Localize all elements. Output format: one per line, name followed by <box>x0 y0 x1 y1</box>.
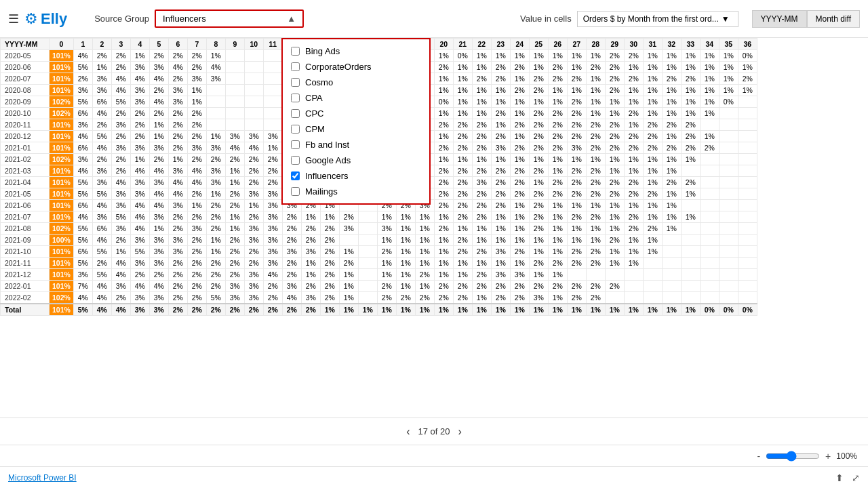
table-cell: 2% <box>130 119 149 131</box>
total-cell: 1% <box>358 304 377 316</box>
table-cell <box>719 269 738 281</box>
table-cell <box>719 211 738 223</box>
table-cell: 1% <box>567 223 586 235</box>
table-cell: 3% <box>168 246 187 258</box>
table-cell: 1% <box>491 258 510 269</box>
table-cell: 2% <box>111 50 130 62</box>
zoom-minus-button[interactable]: - <box>757 451 760 462</box>
source-group-dropdown[interactable]: Influencers ▲ <box>155 9 304 28</box>
dropdown-item[interactable]: Bing Ads <box>283 43 429 59</box>
table-cell: 4% <box>168 188 187 200</box>
dropdown-item-checkbox[interactable] <box>291 187 300 196</box>
dropdown-item[interactable]: Fb and Inst <box>283 137 429 152</box>
powerbi-link[interactable]: Microsoft Power BI <box>8 473 77 483</box>
table-cell: 2% <box>510 281 529 292</box>
dropdown-item[interactable]: CPM <box>283 121 429 137</box>
table-cell: 3% <box>282 281 301 292</box>
hamburger-menu[interactable]: ☰ <box>8 12 19 26</box>
table-cell: 2% <box>320 292 339 304</box>
table-cell <box>700 281 719 292</box>
dropdown-item[interactable]: Mailings <box>283 184 429 199</box>
prev-page-button[interactable]: ‹ <box>406 426 410 438</box>
table-cell: 2022-01 <box>1 281 50 292</box>
table-cell: 1% <box>681 96 700 108</box>
dropdown-item[interactable]: Google Ads <box>283 152 429 168</box>
table-cell: 101% <box>50 246 74 258</box>
table-cell: 2% <box>187 108 206 119</box>
dropdown-item-label: Mailings <box>305 186 338 197</box>
table-cell: 2% <box>301 223 320 235</box>
table-cell: 1% <box>700 131 719 142</box>
dropdown-item[interactable]: CPA <box>283 90 429 106</box>
table-cell: 2% <box>396 292 415 304</box>
expand-icon[interactable]: ⤢ <box>852 472 860 483</box>
col-header: 23 <box>491 39 510 50</box>
table-cell <box>662 281 681 292</box>
table-cell <box>719 200 738 211</box>
dropdown-item[interactable]: Influencers <box>283 168 429 184</box>
dropdown-item-checkbox[interactable] <box>291 140 300 149</box>
table-scroll[interactable]: YYYY-MM012345678910111213141516171819202… <box>0 38 868 418</box>
table-cell: 2% <box>567 165 586 177</box>
table-cell <box>719 246 738 258</box>
table-cell <box>681 165 700 177</box>
table-cell: 2% <box>434 62 453 73</box>
table-cell: 3% <box>263 223 282 235</box>
table-cell: 2% <box>510 62 529 73</box>
dropdown-item[interactable]: CorporateOrders <box>283 59 429 75</box>
dropdown-item-checkbox[interactable] <box>291 125 300 134</box>
zoom-slider[interactable] <box>766 451 820 462</box>
table-cell: 4% <box>111 73 130 85</box>
table-cell <box>624 281 643 292</box>
table-cell: 1% <box>510 108 529 119</box>
dropdown-item[interactable]: CPC <box>283 106 429 121</box>
dropdown-item-checkbox[interactable] <box>291 109 300 118</box>
dropdown-item-checkbox[interactable] <box>291 94 300 102</box>
table-cell: 4% <box>187 165 206 177</box>
month-diff-button[interactable]: Month diff <box>807 10 860 28</box>
table-cell: 2% <box>605 281 624 292</box>
date-format-button[interactable]: YYYY-MM <box>752 10 807 28</box>
table-cell: 2% <box>586 119 605 131</box>
table-cell: 2% <box>529 85 548 96</box>
table-cell <box>738 131 757 142</box>
share-icon[interactable]: ⬆ <box>835 472 844 483</box>
table-cell: 2% <box>453 177 472 188</box>
table-cell <box>206 119 225 131</box>
dropdown-item-checkbox[interactable] <box>291 62 300 71</box>
table-cell: 1% <box>548 85 567 96</box>
table-cell: 4% <box>130 73 149 85</box>
table-cell: 1% <box>301 211 320 223</box>
table-cell: 1% <box>662 131 681 142</box>
next-page-button[interactable]: › <box>458 426 462 438</box>
dropdown-item-checkbox[interactable] <box>291 156 300 165</box>
table-cell: 1% <box>643 200 662 211</box>
table-cell: 4% <box>73 50 92 62</box>
table-cell: 2% <box>586 62 605 73</box>
table-cell <box>586 269 605 281</box>
dropdown-item-checkbox[interactable] <box>291 171 300 180</box>
table-cell: 1% <box>472 108 491 119</box>
table-cell: 4% <box>111 177 130 188</box>
table-cell: 101% <box>50 211 74 223</box>
table-cell: 4% <box>73 211 92 223</box>
table-cell: 1% <box>548 165 567 177</box>
dropdown-item-checkbox[interactable] <box>291 78 300 87</box>
table-cell: 1% <box>567 50 586 62</box>
table-cell: 2% <box>586 131 605 142</box>
table-cell: 2% <box>92 258 111 269</box>
table-cell: 2% <box>529 223 548 235</box>
orders-dropdown[interactable]: Orders $ by Month from the first ord... … <box>577 11 738 27</box>
table-cell: 3% <box>301 292 320 304</box>
table-cell: 2% <box>453 131 472 142</box>
dropdown-item[interactable]: Cosmo <box>283 75 429 90</box>
table-cell: 2% <box>567 177 586 188</box>
table-cell: 1% <box>548 223 567 235</box>
zoom-plus-button[interactable]: + <box>825 451 831 462</box>
table-cell: 3% <box>244 188 263 200</box>
table-row: 2021-10101%6%5%1%5%3%3%2%1%2%2%3%3%3%2%1… <box>1 246 757 258</box>
table-cell: 2% <box>244 177 263 188</box>
dropdown-item-checkbox[interactable] <box>291 47 300 56</box>
table-cell: 101% <box>50 73 74 85</box>
table-cell <box>358 292 377 304</box>
